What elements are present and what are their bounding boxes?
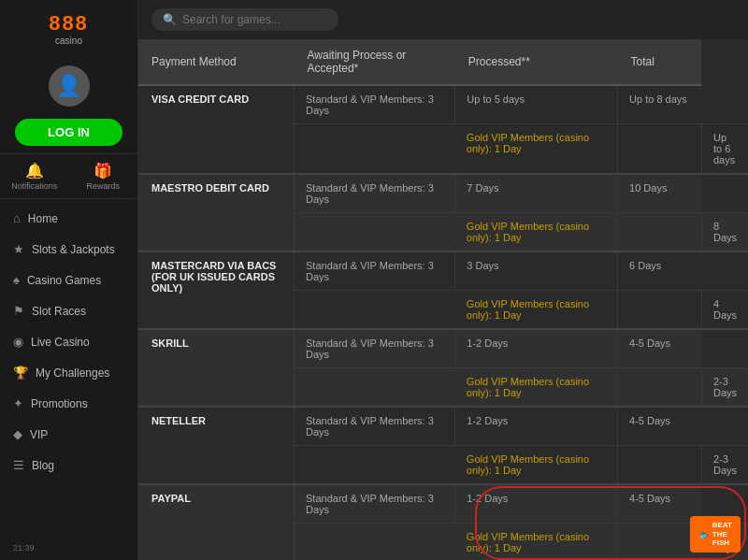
processed-cell: 7 Days	[455, 174, 618, 213]
sidebar-item-slots[interactable]: ★ Slots & Jackpots	[0, 234, 137, 265]
btf-label-fish: FISH	[712, 538, 732, 548]
total-cell: Up to 6 days	[701, 124, 748, 175]
table-row: SKRILLStandard & VIP Members: 3 Days1-2 …	[138, 329, 748, 368]
total-cell: 6 Days	[618, 251, 702, 291]
user-icon: 👤	[56, 74, 81, 98]
members-cell: Standard & VIP Members: 3 Days	[295, 407, 455, 446]
time-display: 21:39	[13, 543, 35, 553]
col-processed: Processed**	[455, 39, 618, 85]
slot-races-icon: ⚑	[13, 304, 24, 318]
members-cell: Standard & VIP Members: 3 Days	[295, 174, 455, 213]
method-name-cell: NETELLER	[138, 407, 295, 484]
logo-block: 888 casino	[49, 11, 89, 46]
processed-cell	[618, 124, 702, 175]
processed-cell	[618, 368, 702, 408]
col-payment-method: Payment Method	[138, 39, 295, 85]
bell-icon: 🔔	[25, 162, 44, 179]
nav-slots-label: Slots & Jackpots	[32, 243, 115, 256]
members-cell: Standard & VIP Members: 3 Days	[295, 484, 455, 524]
sidebar-item-slot-races[interactable]: ⚑ Slot Races	[0, 295, 137, 326]
notifications-label: Notifications	[11, 181, 57, 191]
live-casino-icon: ◉	[13, 335, 23, 349]
rewards-icon: 🎁	[94, 162, 112, 179]
processed-cell: 1-2 Days	[455, 484, 618, 524]
processed-cell	[618, 524, 702, 561]
search-input[interactable]	[182, 13, 327, 26]
total-cell: 10 Days	[618, 174, 702, 213]
nav-blog-label: Blog	[32, 459, 54, 472]
home-icon: ⌂	[13, 211, 21, 225]
processed-cell	[618, 291, 702, 330]
method-name-cell: MAESTRO DEBIT CARD	[138, 174, 295, 251]
method-name-cell: SKRILL	[138, 329, 295, 407]
vip-icon: ◆	[13, 427, 22, 441]
btf-badge: 🐟 BEAT THE FISH	[690, 516, 741, 553]
members-cell: Gold VIP Members (casino only): 1 Day	[455, 446, 618, 485]
nav-home-label: Home	[28, 212, 58, 225]
method-name-cell: PAYPAL	[138, 484, 295, 560]
blog-icon: ☰	[13, 458, 24, 472]
sidebar-item-live-casino[interactable]: ◉ Live Casino	[0, 326, 137, 357]
search-box[interactable]: 🔍	[151, 8, 338, 31]
sidebar: 888 casino 👤 LOG IN 🔔 Notifications 🎁 Re…	[0, 0, 138, 560]
members-cell: Standard & VIP Members: 3 Days	[295, 85, 455, 124]
total-cell: 2-3 Days	[701, 446, 748, 485]
table-row: MAESTRO DEBIT CARDStandard & VIP Members…	[138, 174, 748, 213]
login-button[interactable]: LOG IN	[15, 119, 122, 146]
members-cell: Gold VIP Members (casino only): 1 Day	[455, 368, 618, 408]
logo-888[interactable]: 888	[49, 11, 89, 36]
nav-vip-label: VIP	[30, 428, 48, 441]
sidebar-item-challenges[interactable]: 🏆 My Challenges	[0, 357, 137, 388]
nav-promotions-label: Promotions	[31, 397, 88, 410]
sidebar-nav: ⌂ Home ★ Slots & Jackpots ♠ Casino Games…	[0, 199, 137, 535]
members-cell: Gold VIP Members (casino only): 1 Day	[455, 291, 618, 330]
sidebar-item-vip[interactable]: ◆ VIP	[0, 419, 137, 450]
content-area[interactable]: Payment Method Awaiting Process or Accep…	[138, 39, 748, 560]
processed-cell	[618, 213, 702, 252]
table-row: MASTERCARD VIA BACS (FOR UK ISSUED CARDS…	[138, 251, 748, 291]
processed-cell: 1-2 Days	[455, 407, 618, 446]
nav-slot-races-label: Slot Races	[32, 305, 86, 318]
rewards-button[interactable]: 🎁 Rewards	[69, 154, 138, 198]
logo-casino: casino	[49, 36, 89, 46]
members-cell: Standard & VIP Members: 3 Days	[295, 251, 455, 291]
nav-challenges-label: My Challenges	[36, 366, 109, 380]
total-cell: 4-5 Days	[618, 329, 702, 368]
main-content: 🔍 Payment Method Awaiting Process or Acc…	[138, 0, 748, 560]
casino-icon: ♠	[13, 273, 20, 287]
total-cell: Up to 8 days	[618, 85, 702, 124]
trophy-icon: 🏆	[13, 366, 28, 380]
table-row: VISA CREDIT CARDStandard & VIP Members: …	[138, 85, 748, 124]
members-cell: Gold VIP Members (casino only): 1 Day	[455, 124, 618, 175]
total-cell: 4-5 Days	[618, 484, 702, 524]
sidebar-icons-row: 🔔 Notifications 🎁 Rewards	[0, 153, 137, 199]
sidebar-item-promotions[interactable]: ✦ Promotions	[0, 388, 137, 419]
nav-casino-label: Casino Games	[27, 274, 101, 287]
table-header: Payment Method Awaiting Process or Accep…	[138, 39, 748, 85]
col-total: Total	[618, 39, 702, 85]
total-cell: 4-5 Days	[618, 407, 702, 446]
table-row: PAYPALStandard & VIP Members: 3 Days1-2 …	[138, 484, 748, 524]
members-cell: Standard & VIP Members: 3 Days	[295, 329, 455, 368]
processed-cell: 3 Days	[455, 251, 618, 291]
sidebar-item-home[interactable]: ⌂ Home	[0, 203, 137, 234]
table-row: NETELLERStandard & VIP Members: 3 Days1-…	[138, 407, 748, 446]
processed-cell	[618, 446, 702, 485]
members-cell: Gold VIP Members (casino only): 1 Day	[455, 213, 618, 252]
rewards-label: Rewards	[86, 181, 120, 191]
table-body: VISA CREDIT CARDStandard & VIP Members: …	[138, 85, 748, 560]
total-cell: 2-3 Days	[701, 368, 748, 408]
sidebar-footer: 21:39	[0, 535, 137, 560]
nav-live-casino-label: Live Casino	[31, 336, 90, 349]
slots-icon: ★	[13, 242, 24, 256]
total-cell: 4 Days	[701, 291, 748, 330]
btf-label-beat: BEAT	[712, 521, 732, 530]
processed-cell: Up to 5 days	[455, 85, 618, 124]
members-cell: Gold VIP Members (casino only): 1 Day	[455, 524, 618, 561]
notifications-button[interactable]: 🔔 Notifications	[0, 154, 69, 198]
sidebar-item-casino[interactable]: ♠ Casino Games	[0, 265, 137, 295]
btf-label-the: THE	[712, 530, 732, 539]
avatar: 👤	[49, 65, 90, 107]
sidebar-item-blog[interactable]: ☰ Blog	[0, 450, 137, 481]
total-cell: 8 Days	[701, 213, 748, 252]
